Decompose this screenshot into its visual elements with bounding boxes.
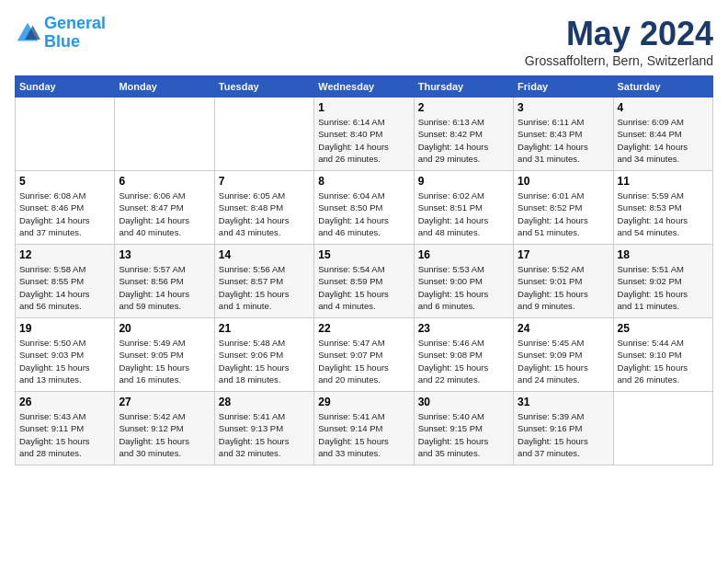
calendar-cell: 31Sunrise: 5:39 AM Sunset: 9:16 PM Dayli… <box>514 392 613 465</box>
calendar-cell: 12Sunrise: 5:58 AM Sunset: 8:55 PM Dayli… <box>16 245 115 318</box>
calendar-cell: 29Sunrise: 5:41 AM Sunset: 9:14 PM Dayli… <box>314 392 414 465</box>
calendar-week-4: 19Sunrise: 5:50 AM Sunset: 9:03 PM Dayli… <box>16 318 713 392</box>
day-header-friday: Friday <box>514 76 613 98</box>
day-info: Sunrise: 5:41 AM Sunset: 9:13 PM Dayligh… <box>219 410 310 459</box>
day-info: Sunrise: 6:04 AM Sunset: 8:50 PM Dayligh… <box>318 190 409 238</box>
calendar-cell: 9Sunrise: 6:02 AM Sunset: 8:51 PM Daylig… <box>414 171 513 245</box>
day-number: 13 <box>119 248 210 261</box>
day-header-sunday: Sunday <box>16 76 115 98</box>
day-number: 21 <box>219 322 310 335</box>
day-info: Sunrise: 6:02 AM Sunset: 8:51 PM Dayligh… <box>418 190 509 238</box>
calendar-table: SundayMondayTuesdayWednesdayThursdayFrid… <box>15 75 713 465</box>
calendar-cell: 13Sunrise: 5:57 AM Sunset: 8:56 PM Dayli… <box>115 245 214 318</box>
day-info: Sunrise: 5:46 AM Sunset: 9:08 PM Dayligh… <box>418 337 509 385</box>
calendar-cell: 14Sunrise: 5:56 AM Sunset: 8:57 PM Dayli… <box>214 245 313 318</box>
day-info: Sunrise: 5:44 AM Sunset: 9:10 PM Dayligh… <box>618 337 709 385</box>
day-info: Sunrise: 5:59 AM Sunset: 8:53 PM Dayligh… <box>618 190 709 238</box>
day-info: Sunrise: 5:40 AM Sunset: 9:15 PM Dayligh… <box>418 410 509 459</box>
day-number: 31 <box>518 396 609 408</box>
day-info: Sunrise: 5:53 AM Sunset: 9:00 PM Dayligh… <box>418 263 509 312</box>
calendar-cell <box>115 98 214 171</box>
logo: General Blue <box>15 15 106 52</box>
calendar-cell: 4Sunrise: 6:09 AM Sunset: 8:44 PM Daylig… <box>613 98 712 171</box>
day-info: Sunrise: 5:39 AM Sunset: 9:16 PM Dayligh… <box>518 410 609 459</box>
calendar-cell: 30Sunrise: 5:40 AM Sunset: 9:15 PM Dayli… <box>414 392 513 465</box>
day-info: Sunrise: 5:56 AM Sunset: 8:57 PM Dayligh… <box>219 263 310 312</box>
calendar-body: 1Sunrise: 6:14 AM Sunset: 8:40 PM Daylig… <box>16 98 713 465</box>
day-number: 23 <box>418 322 509 335</box>
day-header-thursday: Thursday <box>414 76 513 98</box>
title-block: May 2024 Grossaffoltern, Bern, Switzerla… <box>525 15 713 68</box>
calendar-week-5: 26Sunrise: 5:43 AM Sunset: 9:11 PM Dayli… <box>16 392 713 465</box>
calendar-cell: 26Sunrise: 5:43 AM Sunset: 9:11 PM Dayli… <box>16 392 115 465</box>
day-number: 25 <box>618 322 709 335</box>
calendar-cell: 22Sunrise: 5:47 AM Sunset: 9:07 PM Dayli… <box>314 318 414 392</box>
calendar-cell: 5Sunrise: 6:08 AM Sunset: 8:46 PM Daylig… <box>16 171 115 245</box>
calendar-cell: 27Sunrise: 5:42 AM Sunset: 9:12 PM Dayli… <box>115 392 214 465</box>
calendar-week-3: 12Sunrise: 5:58 AM Sunset: 8:55 PM Dayli… <box>16 245 713 318</box>
day-info: Sunrise: 6:08 AM Sunset: 8:46 PM Dayligh… <box>19 190 110 238</box>
day-number: 14 <box>219 248 310 261</box>
day-info: Sunrise: 5:49 AM Sunset: 9:05 PM Dayligh… <box>119 337 210 385</box>
calendar-cell: 10Sunrise: 6:01 AM Sunset: 8:52 PM Dayli… <box>514 171 613 245</box>
calendar-cell: 2Sunrise: 6:13 AM Sunset: 8:42 PM Daylig… <box>414 98 513 171</box>
day-info: Sunrise: 6:05 AM Sunset: 8:48 PM Dayligh… <box>219 190 310 238</box>
days-header-row: SundayMondayTuesdayWednesdayThursdayFrid… <box>16 76 713 98</box>
calendar-cell: 15Sunrise: 5:54 AM Sunset: 8:59 PM Dayli… <box>314 245 414 318</box>
day-header-tuesday: Tuesday <box>214 76 313 98</box>
day-info: Sunrise: 6:09 AM Sunset: 8:44 PM Dayligh… <box>618 116 709 165</box>
day-info: Sunrise: 6:13 AM Sunset: 8:42 PM Dayligh… <box>418 116 509 165</box>
day-info: Sunrise: 6:01 AM Sunset: 8:52 PM Dayligh… <box>518 190 609 238</box>
day-info: Sunrise: 5:48 AM Sunset: 9:06 PM Dayligh… <box>219 337 310 385</box>
day-number: 29 <box>318 396 409 408</box>
calendar-cell: 21Sunrise: 5:48 AM Sunset: 9:06 PM Dayli… <box>214 318 313 392</box>
day-number: 26 <box>19 396 110 408</box>
calendar-cell: 18Sunrise: 5:51 AM Sunset: 9:02 PM Dayli… <box>613 245 712 318</box>
day-number: 1 <box>318 101 409 114</box>
day-info: Sunrise: 5:50 AM Sunset: 9:03 PM Dayligh… <box>19 337 110 385</box>
calendar-cell: 1Sunrise: 6:14 AM Sunset: 8:40 PM Daylig… <box>314 98 414 171</box>
day-info: Sunrise: 5:41 AM Sunset: 9:14 PM Dayligh… <box>318 410 409 459</box>
calendar-cell: 25Sunrise: 5:44 AM Sunset: 9:10 PM Dayli… <box>613 318 712 392</box>
calendar-cell: 6Sunrise: 6:06 AM Sunset: 8:47 PM Daylig… <box>115 171 214 245</box>
day-info: Sunrise: 5:58 AM Sunset: 8:55 PM Dayligh… <box>19 263 110 312</box>
day-info: Sunrise: 6:06 AM Sunset: 8:47 PM Dayligh… <box>119 190 210 238</box>
day-info: Sunrise: 5:51 AM Sunset: 9:02 PM Dayligh… <box>618 263 709 312</box>
day-number: 6 <box>119 175 210 188</box>
day-number: 2 <box>418 101 509 114</box>
day-header-monday: Monday <box>115 76 214 98</box>
logo-blue: Blue <box>44 32 80 51</box>
day-number: 5 <box>19 175 110 188</box>
header: General Blue May 2024 Grossaffoltern, Be… <box>15 15 713 68</box>
day-number: 12 <box>19 248 110 261</box>
day-number: 7 <box>219 175 310 188</box>
day-info: Sunrise: 5:52 AM Sunset: 9:01 PM Dayligh… <box>518 263 609 312</box>
calendar-cell: 3Sunrise: 6:11 AM Sunset: 8:43 PM Daylig… <box>514 98 613 171</box>
day-number: 15 <box>318 248 409 261</box>
day-header-saturday: Saturday <box>613 76 712 98</box>
calendar-week-1: 1Sunrise: 6:14 AM Sunset: 8:40 PM Daylig… <box>16 98 713 171</box>
calendar-cell: 19Sunrise: 5:50 AM Sunset: 9:03 PM Dayli… <box>16 318 115 392</box>
calendar-cell <box>613 392 712 465</box>
calendar-cell: 23Sunrise: 5:46 AM Sunset: 9:08 PM Dayli… <box>414 318 513 392</box>
day-number: 27 <box>119 396 210 408</box>
day-info: Sunrise: 6:14 AM Sunset: 8:40 PM Dayligh… <box>318 116 409 165</box>
day-number: 30 <box>418 396 509 408</box>
logo-icon <box>15 20 40 46</box>
calendar-cell: 20Sunrise: 5:49 AM Sunset: 9:05 PM Dayli… <box>115 318 214 392</box>
day-number: 28 <box>219 396 310 408</box>
calendar-cell: 24Sunrise: 5:45 AM Sunset: 9:09 PM Dayli… <box>514 318 613 392</box>
logo-general: General <box>44 14 106 32</box>
calendar-week-2: 5Sunrise: 6:08 AM Sunset: 8:46 PM Daylig… <box>16 171 713 245</box>
day-number: 16 <box>418 248 509 261</box>
day-number: 18 <box>618 248 709 261</box>
subtitle: Grossaffoltern, Bern, Switzerland <box>525 53 713 68</box>
calendar-cell <box>214 98 313 171</box>
day-info: Sunrise: 5:57 AM Sunset: 8:56 PM Dayligh… <box>119 263 210 312</box>
calendar-cell: 16Sunrise: 5:53 AM Sunset: 9:00 PM Dayli… <box>414 245 513 318</box>
day-info: Sunrise: 5:42 AM Sunset: 9:12 PM Dayligh… <box>119 410 210 459</box>
day-info: Sunrise: 5:43 AM Sunset: 9:11 PM Dayligh… <box>19 410 110 459</box>
day-header-wednesday: Wednesday <box>314 76 414 98</box>
calendar-cell: 8Sunrise: 6:04 AM Sunset: 8:50 PM Daylig… <box>314 171 414 245</box>
day-number: 8 <box>318 175 409 188</box>
